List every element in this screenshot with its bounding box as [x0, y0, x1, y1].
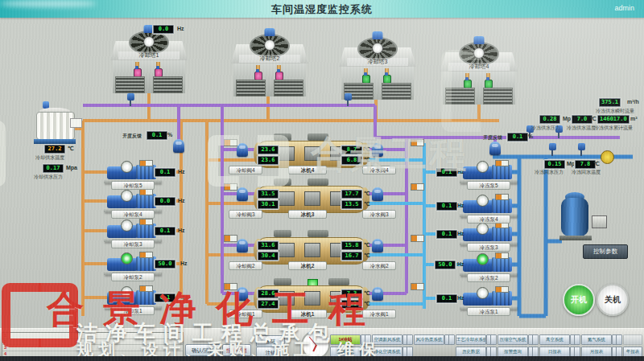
- chiller-top-box: [274, 133, 291, 141]
- condenser-valve-actuator[interactable]: [237, 287, 248, 301]
- hz-unit: Hz: [178, 198, 185, 203]
- pump-motor: [136, 256, 156, 271]
- cooling-pump-5[interactable]: [107, 163, 157, 183]
- chiller-cw-in-display: 31.5: [258, 190, 279, 199]
- valve-label: 冷却阀1: [229, 310, 262, 318]
- condenser-valve-actuator[interactable]: [237, 239, 248, 252]
- login-button[interactable]: 登陆: [256, 335, 285, 347]
- chiller-cw-out-display: 30.1: [258, 200, 279, 209]
- bypass-valve-actuator[interactable]: [173, 139, 184, 153]
- valve-status-indicators: [224, 283, 237, 290]
- temperature-transmitter-icon: [345, 93, 352, 101]
- start-button[interactable]: 开机: [563, 284, 595, 316]
- valve-label: 冷却阀4: [229, 166, 262, 174]
- pump-label: 冷冻泵2: [467, 273, 510, 282]
- pump-motor: [136, 165, 156, 179]
- cooling-supply-temp-label: 冷却供水温度: [35, 154, 64, 162]
- alarm-view-button[interactable]: 报警画面: [222, 344, 251, 356]
- pump-label: 冷却泵3: [111, 240, 155, 248]
- hz-unit: Hz: [178, 169, 185, 174]
- valve-label: 冷水阀1: [362, 310, 396, 318]
- logged-in-user[interactable]: admin: [614, 4, 634, 12]
- nav-indicator[interactable]: [361, 334, 371, 345]
- nav-indicator[interactable]: [612, 334, 622, 345]
- tower-label: 冷却塔4: [448, 63, 510, 71]
- tank-controller: [592, 215, 607, 228]
- chiller-control-box: [279, 291, 295, 306]
- water-tank[interactable]: [36, 107, 75, 144]
- cooling-tower-1[interactable]: 冷却塔1: [110, 31, 188, 93]
- chilled-valve-actuator[interactable]: [372, 143, 383, 157]
- nav-indicator[interactable]: [528, 334, 539, 345]
- chilled-pump-5[interactable]: [463, 163, 513, 183]
- cooling-tower-4[interactable]: 冷却塔4: [440, 42, 518, 105]
- hz-unit: Hz: [457, 295, 464, 301]
- stop-button[interactable]: 关机: [597, 284, 629, 316]
- tower-gauge-icon: [143, 36, 155, 47]
- cooling-pump-4[interactable]: [107, 192, 157, 211]
- alarm-row[interactable]: 3: [2, 345, 183, 351]
- chiller-chw-out-display: 17.7: [341, 190, 362, 199]
- cooling-tower-3[interactable]: 冷却塔3: [339, 37, 416, 100]
- tab-heat-pump-system[interactable]: 风冷热泵系统: [414, 334, 444, 345]
- chilled-valve-actuator[interactable]: [372, 287, 383, 301]
- tower-gauge-icon: [264, 39, 275, 51]
- hz-unit: Hz: [178, 294, 185, 300]
- pump-status-indicators: [139, 160, 153, 166]
- chiller-cw-in-display: 28.6: [258, 289, 279, 298]
- tank-body: [561, 198, 588, 236]
- return-bypass-valve-actuator[interactable]: [489, 142, 501, 155]
- clock: [301, 330, 330, 359]
- return-press-label: 冷冻回水压力: [535, 169, 564, 176]
- page-title: 车间温湿度监控系统: [0, 2, 644, 17]
- tab-chiller-station-1[interactable]: 1#冷站: [330, 334, 361, 345]
- alarm-row[interactable]: 2: [2, 339, 183, 346]
- temp-unit: ℃: [364, 191, 370, 197]
- cooling-pump-3[interactable]: [107, 222, 157, 241]
- pump-hz-display: 0.1: [155, 168, 175, 177]
- temp-unit: ℃: [364, 290, 370, 297]
- nav-indicator[interactable]: [402, 334, 413, 345]
- cooling-tower-2[interactable]: 冷却塔2: [231, 34, 308, 96]
- control-params-button[interactable]: 控制参数: [583, 244, 628, 259]
- nav-indicator[interactable]: [486, 334, 497, 345]
- tower-label: 冷却塔2: [239, 55, 301, 63]
- temp-unit: ℃: [68, 146, 74, 152]
- chilled-pump-3[interactable]: [463, 225, 513, 244]
- condenser-valve-actuator[interactable]: [237, 143, 248, 157]
- tab-vacuum-system[interactable]: 真空系统: [539, 334, 570, 345]
- alarm-list[interactable]: 1 2 3 4: [2, 332, 184, 358]
- nav-indicator[interactable]: [570, 334, 580, 345]
- tower-grille: [445, 88, 475, 105]
- cooling-pump-2[interactable]: [107, 255, 157, 274]
- chilled-valve-actuator[interactable]: [372, 187, 383, 201]
- chilled-pump-4[interactable]: [463, 197, 513, 216]
- hmi-screen: 车间温湿度监控系统 admin 冷却塔1 0.0 Hz 冷却塔2: [0, 0, 644, 361]
- chilled-pump-1[interactable]: [463, 289, 513, 309]
- chiller-control-box: [279, 243, 295, 257]
- chiller-label: 冰机1: [288, 310, 327, 318]
- alarm-row[interactable]: 1: [2, 333, 183, 339]
- tab-process-cooling-system[interactable]: 工艺冷却水系统: [456, 334, 486, 345]
- tab-compressed-air-system[interactable]: 压缩空气系统: [497, 334, 528, 345]
- pump-gauge-icon: [121, 252, 133, 265]
- pressure-transmitter-icon: [549, 143, 556, 150]
- valve-label: 冷却阀3: [229, 210, 262, 219]
- expansion-tank[interactable]: [561, 191, 606, 243]
- tab-fresh-air-system[interactable]: 空调新风系统: [372, 334, 402, 345]
- tower-label: 冷却塔1: [118, 51, 180, 59]
- chilled-pump-2[interactable]: [463, 256, 513, 275]
- condenser-valve-actuator[interactable]: [237, 187, 248, 201]
- cooling-pump-1[interactable]: [107, 289, 157, 308]
- tab-nitrogen-system[interactable]: 氮气系统: [581, 334, 612, 345]
- manual-valve-icon[interactable]: [601, 150, 614, 164]
- pump-motor: [136, 224, 156, 238]
- alarm-ack-button[interactable]: 确认/消音: [185, 344, 221, 356]
- pump-label: 冷却泵1: [111, 306, 155, 315]
- chilled-valve-actuator[interactable]: [372, 239, 383, 252]
- valve-status-indicators: [411, 283, 424, 290]
- pump-hz-display: 0.1: [436, 168, 457, 177]
- nav-indicator[interactable]: [444, 334, 455, 345]
- chiller-chw-out-display: 7.3: [341, 289, 362, 298]
- pump-hz-display: 0.1: [155, 227, 175, 236]
